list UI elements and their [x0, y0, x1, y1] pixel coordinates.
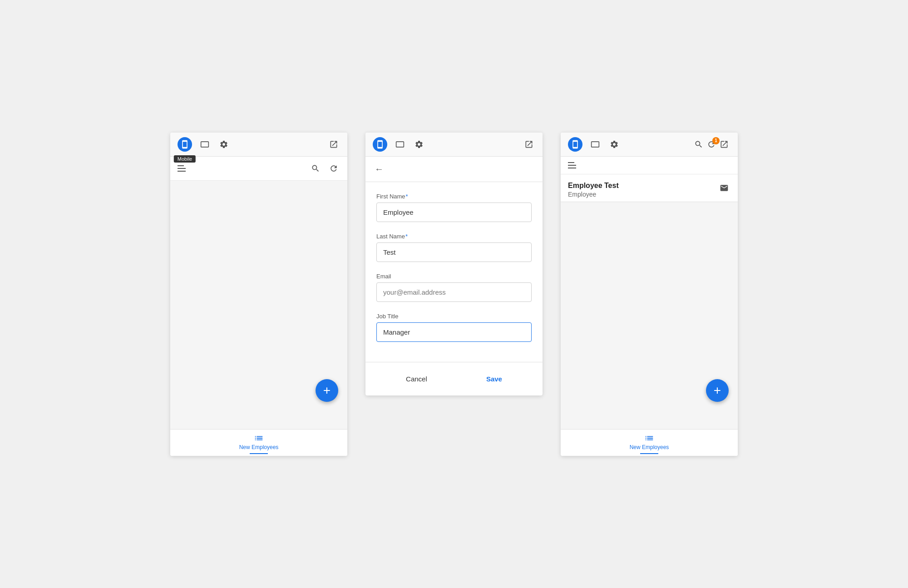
bottom-nav-3: New Employees: [561, 429, 738, 456]
external-link-icon-1: [329, 140, 338, 149]
toolbar-left-2: [373, 137, 425, 152]
app-header-3: [561, 157, 738, 174]
first-name-input[interactable]: [376, 203, 532, 222]
bottom-nav-label-3: New Employees: [630, 444, 669, 450]
refresh-btn-1[interactable]: [327, 162, 340, 175]
form-back-header: ←: [365, 157, 543, 182]
tablet-icon-3: [591, 140, 600, 149]
tablet-icon-btn-3[interactable]: [589, 138, 602, 151]
mobile-icon-2: [375, 140, 385, 149]
app-content-1: +: [170, 157, 347, 429]
form-footer: Cancel Save: [365, 362, 543, 395]
mobile-icon-1: [180, 140, 189, 149]
toolbar-right-3: 1: [692, 138, 730, 151]
bottom-nav-label-1: New Employees: [239, 444, 279, 450]
app-content-3: Employee Test Employee +: [561, 157, 738, 429]
settings-icon-btn-1[interactable]: [217, 138, 230, 151]
search-btn-3[interactable]: [692, 138, 705, 151]
toolbar-3: 1: [561, 133, 738, 157]
hamburger-icon-1[interactable]: [178, 165, 186, 172]
back-btn[interactable]: ←: [373, 162, 385, 176]
first-name-label: First Name*: [376, 193, 532, 200]
form-group-email: Email: [376, 273, 532, 302]
bottom-nav-indicator-1: [250, 453, 268, 454]
mobile-icon-btn-2[interactable]: [373, 137, 387, 152]
tablet-icon-btn-1[interactable]: [198, 138, 211, 151]
email-icon-3: [720, 183, 729, 193]
hamburger-icon-3[interactable]: [568, 162, 576, 168]
email-label: Email: [376, 273, 532, 280]
settings-icon-btn-2[interactable]: [413, 138, 425, 151]
panel-detail: 1 Employe: [561, 133, 738, 456]
mobile-icon-btn-3[interactable]: [568, 137, 582, 152]
last-name-label: Last Name*: [376, 233, 532, 240]
search-icon-3: [694, 140, 703, 149]
job-title-label: Job Title: [376, 313, 532, 320]
employee-info: Employee Test Employee: [568, 182, 619, 198]
bottom-nav-item-3[interactable]: New Employees: [630, 433, 669, 454]
fab-btn-1[interactable]: +: [316, 379, 338, 402]
list-icon-1: [254, 433, 264, 443]
email-btn-3[interactable]: [718, 182, 730, 194]
cancel-button[interactable]: Cancel: [397, 371, 436, 386]
panel-form: ← First Name* Last Name* Email: [365, 133, 543, 395]
list-icon-3: [644, 433, 654, 443]
app-header-1: [170, 157, 347, 181]
toolbar-left-3: [568, 137, 621, 152]
form-group-job-title: Job Title: [376, 313, 532, 342]
tablet-icon-1: [200, 140, 209, 149]
settings-icon-2: [415, 140, 424, 149]
toolbar-right-2: [523, 138, 535, 151]
last-name-input[interactable]: [376, 242, 532, 262]
refresh-btn-3[interactable]: 1: [705, 138, 718, 151]
panels-container: Mobile: [170, 133, 738, 456]
external-link-icon-2: [524, 140, 533, 149]
search-btn-1[interactable]: [309, 162, 322, 175]
settings-icon-1: [219, 140, 228, 149]
app-header-icons-1: [309, 162, 340, 175]
panel-list: Mobile: [170, 133, 347, 456]
bottom-nav-item-1[interactable]: New Employees: [239, 433, 279, 454]
tablet-icon-btn-2[interactable]: [394, 138, 406, 151]
email-input[interactable]: [376, 282, 532, 302]
detail-header: Employee Test Employee: [561, 174, 738, 202]
toolbar-2: [365, 133, 543, 157]
employee-name: Employee Test: [568, 182, 619, 190]
save-button[interactable]: Save: [477, 371, 511, 386]
settings-icon-3: [610, 140, 619, 149]
toolbar-right-1: [327, 138, 340, 151]
external-link-btn-1[interactable]: [327, 138, 340, 151]
settings-icon-btn-3[interactable]: [608, 138, 621, 151]
bottom-nav-1: New Employees: [170, 429, 347, 456]
fab-btn-3[interactable]: +: [706, 379, 729, 402]
form-group-first-name: First Name*: [376, 193, 532, 222]
employee-role: Employee: [568, 191, 619, 198]
external-link-btn-3[interactable]: [718, 138, 730, 151]
form-group-last-name: Last Name*: [376, 233, 532, 262]
search-icon-1: [311, 164, 320, 173]
refresh-icon-1: [329, 164, 338, 173]
mobile-icon-btn-1[interactable]: Mobile: [178, 137, 192, 152]
external-link-icon-3: [720, 140, 729, 149]
bottom-nav-indicator-3: [640, 453, 658, 454]
toolbar-left-1: Mobile: [178, 137, 230, 152]
form-body: First Name* Last Name* Email Job Title: [365, 182, 543, 353]
tablet-icon-2: [395, 140, 405, 149]
mobile-icon-3: [571, 140, 580, 149]
toolbar-1: Mobile: [170, 133, 347, 157]
external-link-btn-2[interactable]: [523, 138, 535, 151]
job-title-input[interactable]: [376, 322, 532, 342]
